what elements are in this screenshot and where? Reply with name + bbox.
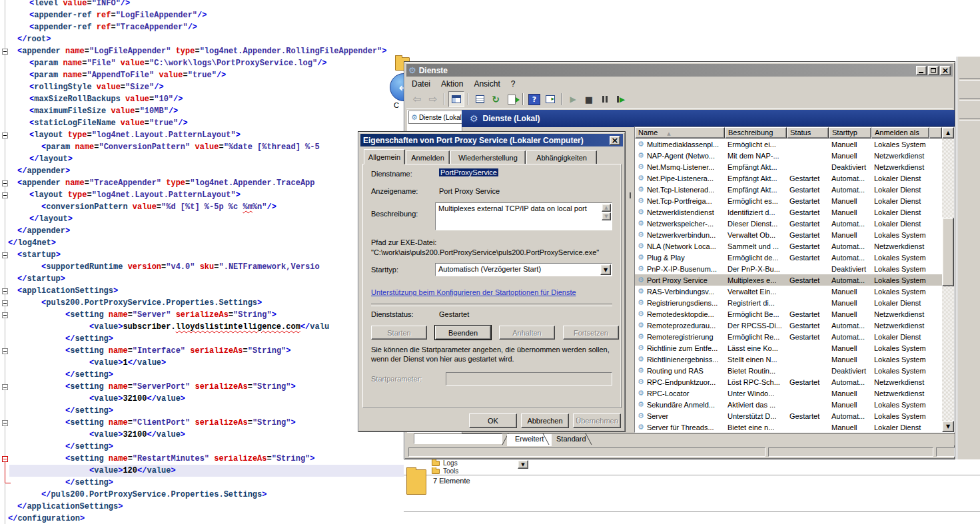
forward-button[interactable] — [426, 92, 440, 107]
fold-toggle-icon[interactable] — [2, 180, 8, 186]
cell: Netzwerkspeicher-... — [635, 219, 725, 228]
fold-toggle-icon[interactable] — [2, 312, 8, 318]
dialog-close-button[interactable] — [610, 136, 620, 145]
service-row-selected[interactable]: Port Proxy ServiceMultiplexes e...Gestar… — [635, 274, 942, 286]
tab-allgemein[interactable]: Allgemein — [364, 149, 405, 164]
fold-toggle-icon[interactable] — [2, 192, 8, 198]
starten-button[interactable]: Starten — [371, 326, 427, 340]
cell: Lokales System — [871, 356, 929, 364]
cell: Lokaler Dienst — [871, 220, 929, 228]
refresh-button[interactable] — [488, 92, 503, 107]
scroll-thumb[interactable] — [942, 218, 954, 286]
folder-tree-item[interactable]: Logs — [432, 459, 518, 467]
fold-toggle-icon[interactable] — [2, 384, 8, 390]
service-row[interactable]: ServerUnterstützt D...GestartetAutomat..… — [635, 410, 942, 421]
action-pane-button[interactable] — [543, 92, 558, 107]
tab-erweitert[interactable]: Erweitert — [507, 434, 552, 446]
export-list-button[interactable] — [504, 92, 519, 107]
service-row[interactable]: Multimediaklassenpl...Ermöglicht ei...Ma… — [635, 138, 942, 150]
services-titlebar[interactable]: Dienste — [406, 64, 953, 77]
fold-toggle-icon-active[interactable] — [2, 456, 8, 462]
pause-service-button[interactable] — [598, 92, 612, 107]
column-header-anmelden[interactable]: Anmelden als — [871, 127, 929, 138]
service-row[interactable]: RAS-Verbindungsv...Verwaltet Ein...Manue… — [635, 286, 942, 297]
close-button[interactable] — [940, 66, 951, 75]
tab-abhaengigkeiten[interactable]: Abhängigkeiten — [526, 150, 597, 164]
vertical-scrollbar[interactable]: ▲ ▼ — [942, 127, 954, 432]
start-service-icon — [570, 95, 576, 104]
service-row[interactable]: RPC-LocatorUnter Windo...ManuellNetzwerk… — [635, 388, 942, 399]
menu-aktion[interactable]: Aktion — [436, 78, 468, 90]
service-row[interactable]: Richtlinie zum Entfe...Lässt eine Ko...M… — [635, 342, 942, 354]
cell: Automat... — [829, 220, 871, 228]
service-row[interactable]: Netzwerkverbindun...Verwaltet Ob...Gesta… — [635, 229, 942, 240]
start-service-button[interactable] — [566, 92, 580, 107]
folder-tree-item[interactable]: Tools — [432, 467, 518, 475]
back-button[interactable] — [410, 92, 424, 107]
beschreibung-textbox[interactable]: Multiplexes external TCP/IP data on loca… — [435, 202, 612, 230]
abbrechen-button[interactable]: Abbrechen — [521, 413, 569, 428]
service-row[interactable]: Net.Pipe-Listenera...Empfängt Akt...Gest… — [635, 172, 942, 184]
service-row[interactable]: NAP-Agent (Netwo...Mit dem NAP-...Manuel… — [635, 150, 942, 161]
service-row[interactable]: NLA (Network Loca...Sammelt und ...Gesta… — [635, 240, 942, 252]
fold-toggle-icon[interactable] — [2, 300, 8, 306]
restart-service-button[interactable] — [614, 92, 628, 107]
uebernehmen-button[interactable]: Übernehmen — [573, 413, 621, 428]
show-tree-button[interactable] — [448, 91, 464, 107]
menu-datei[interactable]: Datei — [406, 78, 436, 90]
help-button[interactable] — [527, 92, 542, 107]
anhalten-button[interactable]: Anhalten — [499, 326, 555, 340]
scroll-up-icon[interactable]: ▲ — [942, 127, 954, 138]
service-row[interactable]: Server für Threads...Bietet eine n...Man… — [635, 421, 942, 432]
service-row[interactable]: RPC-Endpunktzuor...Löst RPC-Sch...Gestar… — [635, 376, 942, 388]
fold-toggle-icon[interactable] — [2, 132, 8, 138]
fold-toggle-icon[interactable] — [2, 49, 8, 55]
column-header-starttyp[interactable]: Starttyp — [829, 127, 871, 138]
desc-scroll-up-icon[interactable]: ▲ — [602, 204, 611, 212]
service-row[interactable]: PnP-X-IP-Busenum...Der PnP-X-Bu...Deakti… — [635, 263, 942, 274]
service-row[interactable]: Netzwerkspeicher-...Dieser Dienst...Gest… — [635, 218, 942, 229]
service-row[interactable]: Registrierungsdiens...Registriert di...M… — [635, 297, 942, 308]
beenden-button[interactable]: Beenden — [435, 326, 491, 340]
menu-ansicht[interactable]: Ansicht — [468, 78, 505, 90]
combo-dropdown-icon[interactable] — [600, 264, 611, 275]
maximize-button[interactable] — [928, 66, 939, 75]
fold-toggle-icon[interactable] — [2, 420, 8, 426]
column-header-name[interactable]: Name — [635, 127, 725, 138]
service-row[interactable]: Plug & PlayErmöglicht de...GestartetAuto… — [635, 252, 942, 263]
menu-hilfe[interactable]: ? — [506, 78, 521, 90]
starttyp-combobox[interactable]: Automatisch (Verzögerter Start) — [435, 263, 612, 276]
pane-splitter[interactable] — [630, 192, 631, 198]
properties-button[interactable] — [472, 92, 487, 107]
dialog-titlebar[interactable]: Eigenschaften von Port Proxy Service (Lo… — [360, 134, 623, 146]
service-row[interactable]: Net.Msmq-Listener...Empfängt Akt...Deakt… — [635, 161, 942, 172]
stop-service-button[interactable] — [582, 92, 596, 107]
tab-wiederherstellung[interactable]: Wiederherstellung — [450, 150, 526, 164]
service-row[interactable]: RemoteregistrierungErmöglicht Re...Gesta… — [635, 331, 942, 342]
tree-node-dienste-lokal[interactable]: Dienste (Lokal) — [408, 111, 463, 124]
service-row[interactable]: Routing und RASBietet Routin...Deaktivie… — [635, 365, 942, 376]
dienstname-value[interactable]: PortProxyService — [439, 168, 498, 176]
fold-toggle-icon[interactable] — [2, 288, 8, 294]
startoptions-help-link[interactable]: Unterstützung beim Konfigurieren der Sta… — [371, 288, 576, 296]
tab-anmelden[interactable]: Anmelden — [406, 150, 450, 164]
fold-toggle-icon[interactable] — [2, 252, 8, 258]
code-line: <setting name="Server" serializeAs="Stri… — [65, 309, 276, 321]
service-row[interactable]: Net.Tcp-Listenerad...Empfängt Akt...Gest… — [635, 184, 942, 195]
service-row[interactable]: Richtlinienergebniss...Stellt einen N...… — [635, 354, 942, 365]
column-header-beschreibung[interactable]: Beschreibung — [725, 127, 787, 138]
scroll-down-icon[interactable]: ▼ — [942, 421, 954, 432]
service-row[interactable]: NetzwerklistendienstIdentifiziert d...Ge… — [635, 206, 942, 218]
service-row[interactable]: Remoteprozedurau...Der RPCSS-Di...Gestar… — [635, 320, 942, 331]
minimize-button[interactable] — [916, 66, 927, 75]
dropdown-arrow-icon[interactable] — [518, 460, 528, 469]
service-row[interactable]: Sekundäre Anmeld...Aktiviert das ...Manu… — [635, 399, 942, 410]
service-row[interactable]: Net.Tcp-Portfreiga...Ermöglicht es...Ges… — [635, 195, 942, 206]
fold-toggle-icon[interactable] — [2, 348, 8, 354]
column-header-status[interactable]: Status — [787, 127, 829, 138]
desc-scroll-down-icon[interactable]: ▼ — [602, 212, 611, 220]
service-row[interactable]: Remotedesktopdie...Ermöglicht Be...Gesta… — [635, 308, 942, 320]
fortsetzen-button[interactable]: Fortsetzen — [563, 326, 619, 340]
ok-button[interactable]: OK — [469, 413, 517, 428]
startparameter-input[interactable] — [446, 372, 612, 386]
